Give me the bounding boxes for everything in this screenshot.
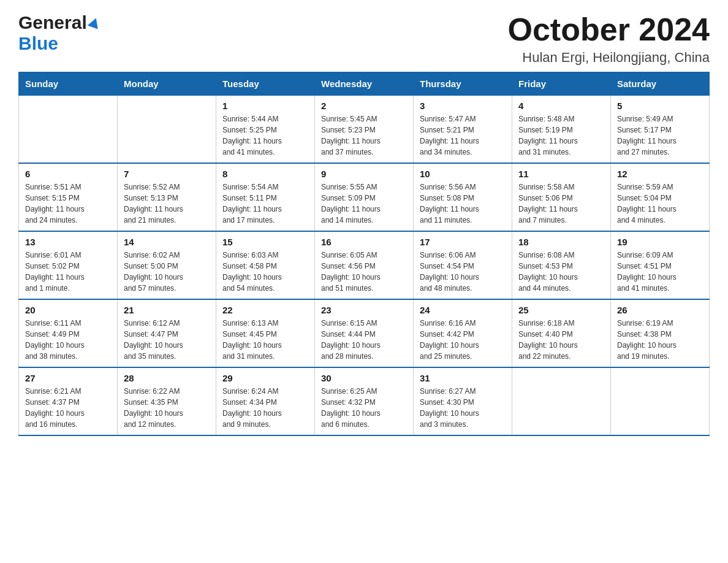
day-info: Sunrise: 6:25 AMSunset: 4:32 PMDaylight:… [321, 386, 407, 430]
calendar-cell: 26Sunrise: 6:19 AMSunset: 4:38 PMDayligh… [611, 299, 710, 367]
calendar-week-3: 13Sunrise: 6:01 AMSunset: 5:02 PMDayligh… [19, 231, 710, 299]
day-info: Sunrise: 6:09 AMSunset: 4:51 PMDaylight:… [617, 250, 703, 294]
calendar-cell: 25Sunrise: 6:18 AMSunset: 4:40 PMDayligh… [512, 299, 611, 367]
day-info: Sunrise: 6:27 AMSunset: 4:30 PMDaylight:… [420, 386, 506, 430]
day-number: 7 [124, 169, 210, 179]
column-header-monday: Monday [118, 72, 216, 96]
calendar-week-4: 20Sunrise: 6:11 AMSunset: 4:49 PMDayligh… [19, 299, 710, 367]
day-number: 11 [518, 169, 604, 179]
day-info: Sunrise: 5:49 AMSunset: 5:17 PMDaylight:… [617, 113, 703, 158]
day-info: Sunrise: 6:19 AMSunset: 4:38 PMDaylight:… [617, 318, 703, 362]
calendar-cell [611, 367, 710, 435]
day-number: 13 [25, 237, 111, 247]
calendar-cell: 18Sunrise: 6:08 AMSunset: 4:53 PMDayligh… [512, 231, 611, 299]
day-number: 5 [617, 101, 703, 111]
day-number: 9 [321, 169, 407, 179]
calendar-week-5: 27Sunrise: 6:21 AMSunset: 4:37 PMDayligh… [19, 367, 710, 435]
logo: General Blue [18, 12, 100, 54]
logo-triangle-icon [88, 16, 101, 29]
calendar-cell: 29Sunrise: 6:24 AMSunset: 4:34 PMDayligh… [216, 367, 315, 435]
day-info: Sunrise: 6:12 AMSunset: 4:47 PMDaylight:… [124, 318, 210, 362]
day-info: Sunrise: 5:55 AMSunset: 5:09 PMDaylight:… [321, 182, 407, 226]
day-number: 16 [321, 237, 407, 247]
calendar-cell: 11Sunrise: 5:58 AMSunset: 5:06 PMDayligh… [512, 163, 611, 231]
day-info: Sunrise: 5:58 AMSunset: 5:06 PMDaylight:… [518, 182, 604, 226]
day-number: 15 [222, 237, 308, 247]
calendar-cell: 4Sunrise: 5:48 AMSunset: 5:19 PMDaylight… [512, 96, 611, 164]
day-info: Sunrise: 6:01 AMSunset: 5:02 PMDaylight:… [25, 250, 111, 294]
day-number: 27 [25, 373, 111, 383]
day-info: Sunrise: 6:15 AMSunset: 4:44 PMDaylight:… [321, 318, 407, 362]
day-number: 1 [222, 101, 308, 111]
day-number: 4 [518, 101, 604, 111]
calendar-cell: 14Sunrise: 6:02 AMSunset: 5:00 PMDayligh… [118, 231, 216, 299]
calendar-cell: 20Sunrise: 6:11 AMSunset: 4:49 PMDayligh… [19, 299, 118, 367]
day-info: Sunrise: 5:48 AMSunset: 5:19 PMDaylight:… [518, 113, 604, 158]
calendar-cell: 12Sunrise: 5:59 AMSunset: 5:04 PMDayligh… [611, 163, 710, 231]
calendar-cell: 24Sunrise: 6:16 AMSunset: 4:42 PMDayligh… [414, 299, 512, 367]
day-info: Sunrise: 5:45 AMSunset: 5:23 PMDaylight:… [321, 113, 407, 158]
title-area: October 2024 Hulan Ergi, Heilongjiang, C… [508, 12, 710, 66]
day-info: Sunrise: 6:11 AMSunset: 4:49 PMDaylight:… [25, 318, 111, 362]
day-number: 26 [617, 305, 703, 315]
logo-blue-text: Blue [18, 33, 58, 54]
calendar-cell: 8Sunrise: 5:54 AMSunset: 5:11 PMDaylight… [216, 163, 315, 231]
calendar-cell: 15Sunrise: 6:03 AMSunset: 4:58 PMDayligh… [216, 231, 315, 299]
calendar-cell [118, 96, 216, 164]
column-header-sunday: Sunday [19, 72, 118, 96]
logo-general-text: General [18, 12, 87, 33]
header-row: SundayMondayTuesdayWednesdayThursdayFrid… [19, 72, 710, 96]
calendar-cell: 21Sunrise: 6:12 AMSunset: 4:47 PMDayligh… [118, 299, 216, 367]
calendar-cell: 27Sunrise: 6:21 AMSunset: 4:37 PMDayligh… [19, 367, 118, 435]
calendar-cell: 30Sunrise: 6:25 AMSunset: 4:32 PMDayligh… [315, 367, 414, 435]
day-number: 17 [420, 237, 506, 247]
column-header-saturday: Saturday [611, 72, 710, 96]
day-info: Sunrise: 6:24 AMSunset: 4:34 PMDaylight:… [222, 386, 308, 430]
calendar-table: SundayMondayTuesdayWednesdayThursdayFrid… [18, 72, 710, 436]
day-number: 22 [222, 305, 308, 315]
calendar-cell: 9Sunrise: 5:55 AMSunset: 5:09 PMDaylight… [315, 163, 414, 231]
calendar-cell [19, 96, 118, 164]
calendar-cell: 2Sunrise: 5:45 AMSunset: 5:23 PMDaylight… [315, 96, 414, 164]
calendar-cell: 17Sunrise: 6:06 AMSunset: 4:54 PMDayligh… [414, 231, 512, 299]
day-number: 29 [222, 373, 308, 383]
calendar-header: SundayMondayTuesdayWednesdayThursdayFrid… [19, 72, 710, 96]
day-number: 6 [25, 169, 111, 179]
day-info: Sunrise: 6:03 AMSunset: 4:58 PMDaylight:… [222, 250, 308, 294]
calendar-week-1: 1Sunrise: 5:44 AMSunset: 5:25 PMDaylight… [19, 96, 710, 164]
calendar-cell: 3Sunrise: 5:47 AMSunset: 5:21 PMDaylight… [414, 96, 512, 164]
day-number: 25 [518, 305, 604, 315]
day-info: Sunrise: 5:56 AMSunset: 5:08 PMDaylight:… [420, 182, 506, 226]
calendar-cell: 6Sunrise: 5:51 AMSunset: 5:15 PMDaylight… [19, 163, 118, 231]
day-info: Sunrise: 5:59 AMSunset: 5:04 PMDaylight:… [617, 182, 703, 226]
calendar-cell: 16Sunrise: 6:05 AMSunset: 4:56 PMDayligh… [315, 231, 414, 299]
calendar-cell [512, 367, 611, 435]
calendar-cell: 28Sunrise: 6:22 AMSunset: 4:35 PMDayligh… [118, 367, 216, 435]
day-info: Sunrise: 6:06 AMSunset: 4:54 PMDaylight:… [420, 250, 506, 294]
day-number: 2 [321, 101, 407, 111]
location-text: Hulan Ergi, Heilongjiang, China [508, 50, 710, 66]
day-number: 3 [420, 101, 506, 111]
calendar-week-2: 6Sunrise: 5:51 AMSunset: 5:15 PMDaylight… [19, 163, 710, 231]
day-info: Sunrise: 5:47 AMSunset: 5:21 PMDaylight:… [420, 113, 506, 158]
day-info: Sunrise: 6:08 AMSunset: 4:53 PMDaylight:… [518, 250, 604, 294]
page-header: General Blue October 2024 Hulan Ergi, He… [18, 12, 710, 66]
column-header-wednesday: Wednesday [315, 72, 414, 96]
calendar-cell: 31Sunrise: 6:27 AMSunset: 4:30 PMDayligh… [414, 367, 512, 435]
day-info: Sunrise: 6:13 AMSunset: 4:45 PMDaylight:… [222, 318, 308, 362]
day-number: 31 [420, 373, 506, 383]
day-number: 10 [420, 169, 506, 179]
day-info: Sunrise: 5:44 AMSunset: 5:25 PMDaylight:… [222, 113, 308, 158]
column-header-tuesday: Tuesday [216, 72, 315, 96]
calendar-cell: 1Sunrise: 5:44 AMSunset: 5:25 PMDaylight… [216, 96, 315, 164]
month-title: October 2024 [508, 12, 710, 47]
day-info: Sunrise: 5:52 AMSunset: 5:13 PMDaylight:… [124, 182, 210, 226]
day-number: 8 [222, 169, 308, 179]
day-info: Sunrise: 5:51 AMSunset: 5:15 PMDaylight:… [25, 182, 111, 226]
day-info: Sunrise: 6:21 AMSunset: 4:37 PMDaylight:… [25, 386, 111, 430]
day-number: 20 [25, 305, 111, 315]
day-info: Sunrise: 5:54 AMSunset: 5:11 PMDaylight:… [222, 182, 308, 226]
day-number: 28 [124, 373, 210, 383]
day-number: 24 [420, 305, 506, 315]
day-number: 23 [321, 305, 407, 315]
